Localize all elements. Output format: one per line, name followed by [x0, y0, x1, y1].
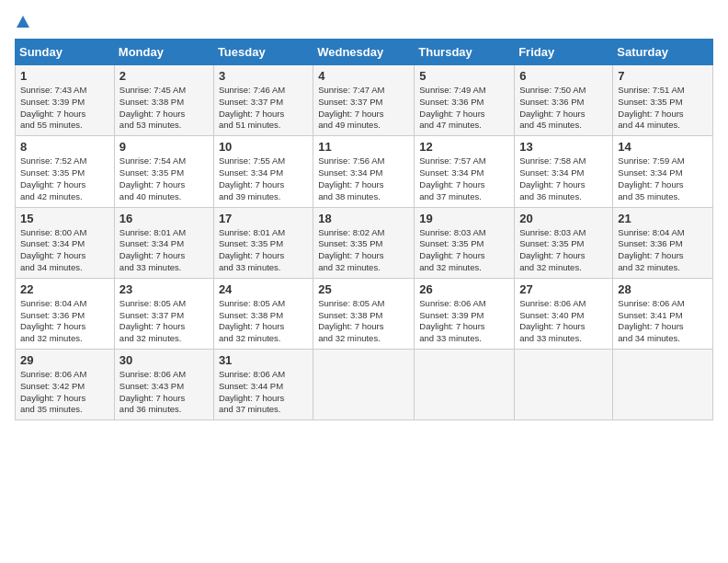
- day-detail: Sunrise: 8:05 AMSunset: 3:37 PMDaylight:…: [119, 298, 209, 345]
- calendar-cell: 12Sunrise: 7:57 AMSunset: 3:34 PMDayligh…: [415, 136, 515, 207]
- day-detail: Sunrise: 7:43 AMSunset: 3:39 PMDaylight:…: [20, 85, 109, 132]
- day-detail: Sunrise: 7:47 AMSunset: 3:37 PMDaylight:…: [318, 85, 409, 132]
- day-detail: Sunrise: 7:50 AMSunset: 3:36 PMDaylight:…: [519, 85, 608, 132]
- day-number: 10: [219, 140, 308, 154]
- calendar-cell: 21Sunrise: 8:04 AMSunset: 3:36 PMDayligh…: [613, 207, 713, 278]
- day-number: 1: [20, 69, 109, 83]
- day-number: 29: [20, 353, 109, 367]
- calendar-header-tuesday: Tuesday: [213, 40, 313, 65]
- calendar-cell: 19Sunrise: 8:03 AMSunset: 3:35 PMDayligh…: [415, 207, 515, 278]
- calendar-header-saturday: Saturday: [613, 40, 713, 65]
- calendar-header-monday: Monday: [114, 40, 213, 65]
- day-number: 21: [618, 212, 708, 225]
- calendar-week-row: 8Sunrise: 7:52 AMSunset: 3:35 PMDaylight…: [16, 136, 713, 207]
- day-number: 7: [618, 69, 708, 83]
- day-number: 31: [219, 353, 308, 367]
- day-detail: Sunrise: 8:06 AMSunset: 3:42 PMDaylight:…: [20, 369, 109, 416]
- calendar-cell: 11Sunrise: 7:56 AMSunset: 3:34 PMDayligh…: [313, 136, 415, 207]
- day-detail: Sunrise: 8:06 AMSunset: 3:41 PMDaylight:…: [618, 298, 708, 345]
- day-detail: Sunrise: 8:04 AMSunset: 3:36 PMDaylight:…: [618, 227, 708, 274]
- day-number: 19: [419, 212, 509, 225]
- calendar-cell: 6Sunrise: 7:50 AMSunset: 3:36 PMDaylight…: [515, 65, 613, 136]
- calendar-cell: 18Sunrise: 8:02 AMSunset: 3:35 PMDayligh…: [313, 207, 415, 278]
- day-number: 18: [318, 212, 409, 225]
- svg-marker-0: [17, 16, 29, 28]
- calendar-cell: 26Sunrise: 8:06 AMSunset: 3:39 PMDayligh…: [415, 278, 515, 349]
- header: [15, 15, 713, 29]
- day-number: 24: [219, 282, 308, 296]
- day-number: 14: [618, 140, 708, 154]
- day-detail: Sunrise: 8:01 AMSunset: 3:35 PMDaylight:…: [219, 227, 308, 274]
- day-number: 2: [119, 69, 209, 83]
- day-detail: Sunrise: 8:02 AMSunset: 3:35 PMDaylight:…: [318, 227, 409, 274]
- calendar-week-row: 15Sunrise: 8:00 AMSunset: 3:34 PMDayligh…: [16, 207, 713, 278]
- day-number: 12: [419, 140, 509, 154]
- calendar-week-row: 29Sunrise: 8:06 AMSunset: 3:42 PMDayligh…: [16, 350, 713, 420]
- day-detail: Sunrise: 7:57 AMSunset: 3:34 PMDaylight:…: [419, 155, 509, 202]
- calendar-header-thursday: Thursday: [415, 40, 515, 65]
- day-detail: Sunrise: 7:56 AMSunset: 3:34 PMDaylight:…: [318, 155, 409, 202]
- day-number: 8: [20, 140, 109, 154]
- calendar-cell: 27Sunrise: 8:06 AMSunset: 3:40 PMDayligh…: [515, 278, 613, 349]
- calendar-cell: 31Sunrise: 8:06 AMSunset: 3:44 PMDayligh…: [213, 350, 313, 420]
- calendar-cell: 30Sunrise: 8:06 AMSunset: 3:43 PMDayligh…: [114, 350, 213, 420]
- day-detail: Sunrise: 7:59 AMSunset: 3:34 PMDaylight:…: [618, 155, 708, 202]
- day-number: 15: [20, 212, 109, 225]
- day-detail: Sunrise: 8:00 AMSunset: 3:34 PMDaylight:…: [20, 227, 109, 274]
- day-number: 17: [219, 212, 308, 225]
- day-detail: Sunrise: 7:51 AMSunset: 3:35 PMDaylight:…: [618, 85, 708, 132]
- calendar-cell: 15Sunrise: 8:00 AMSunset: 3:34 PMDayligh…: [16, 207, 115, 278]
- day-detail: Sunrise: 8:01 AMSunset: 3:34 PMDaylight:…: [119, 227, 209, 274]
- calendar-cell: 17Sunrise: 8:01 AMSunset: 3:35 PMDayligh…: [213, 207, 313, 278]
- calendar-cell: 22Sunrise: 8:04 AMSunset: 3:36 PMDayligh…: [16, 278, 115, 349]
- calendar-week-row: 22Sunrise: 8:04 AMSunset: 3:36 PMDayligh…: [16, 278, 713, 349]
- day-detail: Sunrise: 7:49 AMSunset: 3:36 PMDaylight:…: [419, 85, 509, 132]
- calendar-header-wednesday: Wednesday: [313, 40, 415, 65]
- calendar-cell: 16Sunrise: 8:01 AMSunset: 3:34 PMDayligh…: [114, 207, 213, 278]
- day-number: 22: [20, 282, 109, 296]
- calendar-header-row: SundayMondayTuesdayWednesdayThursdayFrid…: [16, 40, 713, 65]
- calendar-cell: 2Sunrise: 7:45 AMSunset: 3:38 PMDaylight…: [114, 65, 213, 136]
- day-detail: Sunrise: 7:55 AMSunset: 3:34 PMDaylight:…: [219, 155, 308, 202]
- calendar-week-row: 1Sunrise: 7:43 AMSunset: 3:39 PMDaylight…: [16, 65, 713, 136]
- day-detail: Sunrise: 7:52 AMSunset: 3:35 PMDaylight:…: [20, 155, 109, 202]
- day-number: 4: [318, 69, 409, 83]
- day-number: 16: [119, 212, 209, 225]
- calendar-cell: [515, 350, 613, 420]
- day-number: 25: [318, 282, 409, 296]
- calendar-header-friday: Friday: [515, 40, 613, 65]
- calendar-table: SundayMondayTuesdayWednesdayThursdayFrid…: [15, 39, 713, 420]
- calendar-cell: 10Sunrise: 7:55 AMSunset: 3:34 PMDayligh…: [213, 136, 313, 207]
- day-number: 11: [318, 140, 409, 154]
- day-number: 20: [519, 212, 608, 225]
- calendar-cell: 5Sunrise: 7:49 AMSunset: 3:36 PMDaylight…: [415, 65, 515, 136]
- calendar-header-sunday: Sunday: [16, 40, 115, 65]
- logo: [15, 15, 31, 29]
- day-number: 26: [419, 282, 509, 296]
- calendar-cell: 3Sunrise: 7:46 AMSunset: 3:37 PMDaylight…: [213, 65, 313, 136]
- calendar-cell: 7Sunrise: 7:51 AMSunset: 3:35 PMDaylight…: [613, 65, 713, 136]
- day-detail: Sunrise: 7:54 AMSunset: 3:35 PMDaylight:…: [119, 155, 209, 202]
- calendar-cell: [613, 350, 713, 420]
- calendar-cell: 1Sunrise: 7:43 AMSunset: 3:39 PMDaylight…: [16, 65, 115, 136]
- day-detail: Sunrise: 8:06 AMSunset: 3:39 PMDaylight:…: [419, 298, 509, 345]
- day-number: 5: [419, 69, 509, 83]
- day-detail: Sunrise: 8:05 AMSunset: 3:38 PMDaylight:…: [318, 298, 409, 345]
- calendar-cell: 9Sunrise: 7:54 AMSunset: 3:35 PMDaylight…: [114, 136, 213, 207]
- day-number: 9: [119, 140, 209, 154]
- calendar-cell: 29Sunrise: 8:06 AMSunset: 3:42 PMDayligh…: [16, 350, 115, 420]
- day-number: 6: [519, 69, 608, 83]
- day-detail: Sunrise: 8:04 AMSunset: 3:36 PMDaylight:…: [20, 298, 109, 345]
- calendar-cell: 14Sunrise: 7:59 AMSunset: 3:34 PMDayligh…: [613, 136, 713, 207]
- logo-triangle-icon: [16, 15, 30, 29]
- day-detail: Sunrise: 8:05 AMSunset: 3:38 PMDaylight:…: [219, 298, 308, 345]
- calendar-cell: 28Sunrise: 8:06 AMSunset: 3:41 PMDayligh…: [613, 278, 713, 349]
- day-detail: Sunrise: 8:06 AMSunset: 3:44 PMDaylight:…: [219, 369, 308, 416]
- day-detail: Sunrise: 7:46 AMSunset: 3:37 PMDaylight:…: [219, 85, 308, 132]
- calendar-cell: 25Sunrise: 8:05 AMSunset: 3:38 PMDayligh…: [313, 278, 415, 349]
- day-detail: Sunrise: 8:03 AMSunset: 3:35 PMDaylight:…: [419, 227, 509, 274]
- calendar-cell: 8Sunrise: 7:52 AMSunset: 3:35 PMDaylight…: [16, 136, 115, 207]
- day-detail: Sunrise: 8:06 AMSunset: 3:40 PMDaylight:…: [519, 298, 608, 345]
- day-detail: Sunrise: 8:03 AMSunset: 3:35 PMDaylight:…: [519, 227, 608, 274]
- day-number: 23: [119, 282, 209, 296]
